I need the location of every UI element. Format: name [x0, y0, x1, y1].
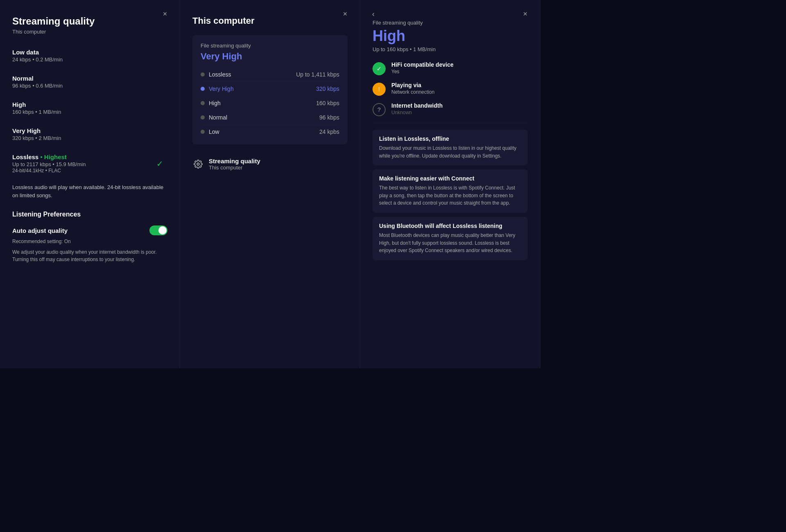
file-quality-value: Very High	[201, 51, 339, 62]
quality-dot-very-high	[201, 87, 205, 91]
quality-row-name-lossless: Lossless	[209, 71, 231, 78]
pref-recommended: Recommended setting: On	[12, 239, 167, 244]
panel3-file-label: File streaming quality	[373, 20, 528, 26]
quality-row-kbps-very-high: 320 kbps	[316, 86, 339, 92]
quality-dot-low	[201, 130, 205, 134]
file-quality-label: File streaming quality	[201, 43, 339, 49]
panel3-quality-desc: Up to 160 kbps • 1 MB/min	[373, 46, 528, 52]
this-computer-panel: × This computer File streaming quality V…	[180, 0, 360, 368]
bandwidth-sub: Unknown	[391, 110, 443, 115]
highest-badge: • Highest	[40, 153, 66, 160]
quality-name-very-high: Very High	[12, 127, 167, 134]
hifi-title: HiFi compatible device	[391, 61, 454, 68]
panel1-title: Streaming quality	[12, 16, 167, 27]
gear-icon	[192, 158, 204, 170]
quality-desc-normal: 96 kbps • 0.6 MB/min	[12, 83, 167, 89]
tip-title-0: Listen in Lossless, offline	[379, 135, 521, 142]
playing-via-info-row: ! Playing via Network connection	[373, 82, 528, 96]
file-streaming-detail-panel: ‹ × File streaming quality High Up to 16…	[360, 0, 540, 368]
tip-card-lossless-offline: Listen in Lossless, offline Download you…	[373, 130, 528, 165]
hifi-check-icon: ✓	[373, 62, 386, 75]
streaming-quality-title: Streaming quality	[209, 158, 260, 165]
quality-dot-high	[201, 101, 205, 105]
streaming-quality-sub: This computer	[209, 165, 260, 171]
svg-point-0	[197, 163, 199, 165]
playing-via-sub: Network connection	[391, 89, 434, 95]
tip-text-1: The best way to listen in Lossless is wi…	[379, 184, 521, 207]
streaming-quality-panel: × Streaming quality This computer Low da…	[0, 0, 180, 368]
hifi-info-row: ✓ HiFi compatible device Yes	[373, 61, 528, 75]
tip-text-0: Download your music in Lossless to liste…	[379, 144, 521, 160]
tip-title-1: Make listening easier with Connect	[379, 175, 521, 182]
pref-note: We adjust your audio quality when your i…	[12, 248, 167, 263]
preferences-heading: Listening Preferences	[12, 211, 167, 218]
quality-option-low-data[interactable]: Low data 24 kbps • 0.2 MB/min	[12, 46, 167, 65]
quality-option-lossless[interactable]: Lossless • Highest Up to 2117 kbps • 15.…	[12, 151, 167, 176]
quality-dot-lossless	[201, 72, 205, 77]
hifi-sub: Yes	[391, 69, 454, 74]
quality-option-high[interactable]: High 160 kbps • 1 MB/min	[12, 99, 167, 117]
panel3-back-button[interactable]: ‹	[368, 8, 379, 20]
panel2-title: This computer	[192, 16, 348, 26]
tip-title-2: Using Bluetooth will affect Lossless lis…	[379, 223, 521, 229]
panel1-close-button[interactable]: ×	[159, 8, 171, 20]
lossless-note: Lossless audio will play when available.…	[12, 183, 167, 199]
quality-extra-lossless: 24-bit/44.1kHz • FLAC	[12, 168, 167, 174]
quality-row-lossless[interactable]: Lossless Up to 1,411 kbps	[201, 68, 339, 82]
bandwidth-title: Internet bandwidth	[391, 102, 443, 109]
streaming-quality-row[interactable]: Streaming quality This computer	[192, 152, 348, 176]
panel1-subtitle: This computer	[12, 29, 167, 35]
quality-name-lossless: Lossless • Highest	[12, 153, 167, 160]
warn-icon: !	[373, 83, 386, 96]
tip-card-connect: Make listening easier with Connect The b…	[373, 169, 528, 213]
file-quality-card: File streaming quality Very High Lossles…	[192, 35, 348, 144]
panel2-close-button[interactable]: ×	[339, 8, 351, 20]
quality-row-kbps-lossless: Up to 1,411 kbps	[296, 71, 339, 78]
auto-adjust-label: Auto adjust quality	[12, 227, 68, 234]
divider	[373, 123, 528, 123]
quality-row-kbps-low: 24 kpbs	[319, 128, 339, 135]
auto-adjust-toggle[interactable]	[149, 225, 167, 235]
quality-row-name-low: Low	[209, 128, 219, 135]
quality-row-very-high[interactable]: Very High 320 kbps	[201, 82, 339, 96]
auto-adjust-row: Auto adjust quality	[12, 225, 167, 235]
bandwidth-info-row: ? Internet bandwidth Unknown	[373, 102, 528, 116]
quality-option-normal[interactable]: Normal 96 kbps • 0.6 MB/min	[12, 72, 167, 91]
quality-name-normal: Normal	[12, 75, 167, 82]
quality-option-very-high[interactable]: Very High 320 kbps • 2 MB/min	[12, 125, 167, 144]
tip-card-bluetooth: Using Bluetooth will affect Lossless lis…	[373, 217, 528, 260]
quality-desc-very-high: 320 kbps • 2 MB/min	[12, 135, 167, 141]
quality-check-lossless: ✓	[156, 159, 163, 169]
playing-via-title: Playing via	[391, 82, 434, 88]
quality-name-low-data: Low data	[12, 49, 167, 56]
quality-row-kbps-high: 160 kbps	[316, 100, 339, 106]
question-icon: ?	[373, 103, 386, 116]
panel3-close-button[interactable]: ×	[519, 8, 531, 20]
panel3-quality-title: High	[373, 27, 528, 45]
quality-row-name-high: High	[209, 100, 221, 106]
quality-row-name-very-high: Very High	[209, 86, 234, 92]
quality-row-high[interactable]: High 160 kbps	[201, 96, 339, 110]
quality-desc-lossless: Up to 2117 kbps • 15.9 MB/min	[12, 161, 167, 167]
tip-text-2: Most Bluetooth devices can play music qu…	[379, 232, 521, 255]
quality-row-normal[interactable]: Normal 96 kbps	[201, 110, 339, 125]
quality-row-kbps-normal: 96 kbps	[319, 114, 339, 121]
quality-dot-normal	[201, 115, 205, 119]
quality-row-name-normal: Normal	[209, 114, 227, 121]
quality-desc-low-data: 24 kbps • 0.2 MB/min	[12, 56, 167, 63]
quality-name-high: High	[12, 101, 167, 108]
quality-row-low[interactable]: Low 24 kpbs	[201, 125, 339, 139]
quality-desc-high: 160 kbps • 1 MB/min	[12, 109, 167, 115]
